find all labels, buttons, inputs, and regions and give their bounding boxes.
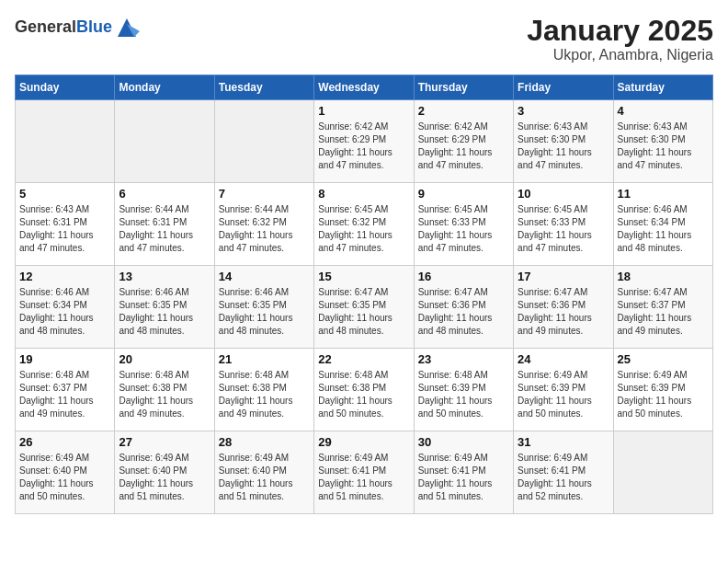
- calendar-cell: 4Sunrise: 6:43 AMSunset: 6:30 PMDaylight…: [613, 100, 712, 183]
- calendar-cell: 3Sunrise: 6:43 AMSunset: 6:30 PMDaylight…: [514, 100, 613, 183]
- day-info: Sunrise: 6:49 AMSunset: 6:41 PMDaylight:…: [318, 452, 409, 503]
- day-info: Sunrise: 6:49 AMSunset: 6:40 PMDaylight:…: [119, 452, 210, 503]
- calendar-cell: 5Sunrise: 6:43 AMSunset: 6:31 PMDaylight…: [16, 183, 115, 266]
- day-number: 9: [418, 187, 509, 201]
- weekday-header: Wednesday: [314, 75, 414, 100]
- day-number: 3: [518, 104, 609, 118]
- calendar-cell: 26Sunrise: 6:49 AMSunset: 6:40 PMDayligh…: [16, 431, 115, 514]
- day-info: Sunrise: 6:43 AMSunset: 6:30 PMDaylight:…: [518, 121, 609, 172]
- calendar-week-row: 5Sunrise: 6:43 AMSunset: 6:31 PMDaylight…: [16, 183, 713, 266]
- day-info: Sunrise: 6:47 AMSunset: 6:35 PMDaylight:…: [318, 286, 409, 338]
- calendar-cell: 13Sunrise: 6:46 AMSunset: 6:35 PMDayligh…: [115, 266, 214, 349]
- weekday-header: Thursday: [414, 75, 513, 100]
- day-info: Sunrise: 6:46 AMSunset: 6:34 PMDaylight:…: [19, 286, 110, 338]
- calendar-cell: 20Sunrise: 6:48 AMSunset: 6:38 PMDayligh…: [115, 349, 214, 431]
- weekday-header: Monday: [115, 75, 214, 100]
- day-info: Sunrise: 6:45 AMSunset: 6:33 PMDaylight:…: [418, 203, 509, 255]
- day-info: Sunrise: 6:48 AMSunset: 6:39 PMDaylight:…: [418, 369, 509, 420]
- calendar-cell: 16Sunrise: 6:47 AMSunset: 6:36 PMDayligh…: [414, 266, 513, 349]
- day-info: Sunrise: 6:43 AMSunset: 6:31 PMDaylight:…: [19, 203, 110, 255]
- weekday-header: Friday: [514, 75, 613, 100]
- logo: GeneralBlue: [15, 15, 140, 40]
- calendar-week-row: 1Sunrise: 6:42 AMSunset: 6:29 PMDaylight…: [16, 100, 713, 183]
- page-header: GeneralBlue January 2025 Ukpor, Anambra,…: [15, 15, 713, 63]
- day-number: 26: [19, 435, 110, 449]
- day-info: Sunrise: 6:46 AMSunset: 6:35 PMDaylight:…: [219, 286, 310, 338]
- calendar-week-row: 26Sunrise: 6:49 AMSunset: 6:40 PMDayligh…: [16, 431, 713, 514]
- calendar-cell: 1Sunrise: 6:42 AMSunset: 6:29 PMDaylight…: [314, 100, 414, 183]
- day-number: 13: [119, 270, 210, 283]
- calendar-cell: 30Sunrise: 6:49 AMSunset: 6:41 PMDayligh…: [414, 431, 513, 514]
- day-info: Sunrise: 6:42 AMSunset: 6:29 PMDaylight:…: [418, 121, 509, 172]
- page-subtitle: Ukpor, Anambra, Nigeria: [527, 47, 713, 63]
- calendar-cell: 14Sunrise: 6:46 AMSunset: 6:35 PMDayligh…: [214, 266, 313, 349]
- day-info: Sunrise: 6:48 AMSunset: 6:38 PMDaylight:…: [119, 369, 210, 420]
- day-info: Sunrise: 6:45 AMSunset: 6:33 PMDaylight:…: [518, 203, 609, 255]
- day-info: Sunrise: 6:48 AMSunset: 6:37 PMDaylight:…: [19, 369, 110, 420]
- calendar-cell: 17Sunrise: 6:47 AMSunset: 6:36 PMDayligh…: [514, 266, 613, 349]
- day-number: 14: [219, 270, 310, 283]
- weekday-header: Saturday: [613, 75, 712, 100]
- calendar-cell: 27Sunrise: 6:49 AMSunset: 6:40 PMDayligh…: [115, 431, 214, 514]
- calendar-cell: 15Sunrise: 6:47 AMSunset: 6:35 PMDayligh…: [314, 266, 414, 349]
- day-info: Sunrise: 6:42 AMSunset: 6:29 PMDaylight:…: [318, 121, 409, 172]
- day-number: 12: [19, 270, 110, 283]
- day-number: 15: [318, 270, 409, 283]
- day-info: Sunrise: 6:44 AMSunset: 6:32 PMDaylight:…: [219, 203, 310, 255]
- day-number: 1: [318, 104, 409, 118]
- calendar-cell: 22Sunrise: 6:48 AMSunset: 6:38 PMDayligh…: [314, 349, 414, 431]
- day-info: Sunrise: 6:48 AMSunset: 6:38 PMDaylight:…: [318, 369, 409, 420]
- calendar-cell: 10Sunrise: 6:45 AMSunset: 6:33 PMDayligh…: [514, 183, 613, 266]
- day-number: 17: [518, 270, 609, 283]
- day-info: Sunrise: 6:49 AMSunset: 6:40 PMDaylight:…: [19, 452, 110, 503]
- logo-general-text: General: [15, 17, 76, 36]
- day-info: Sunrise: 6:49 AMSunset: 6:41 PMDaylight:…: [418, 452, 509, 503]
- calendar-cell: 6Sunrise: 6:44 AMSunset: 6:31 PMDaylight…: [115, 183, 214, 266]
- calendar-cell: 7Sunrise: 6:44 AMSunset: 6:32 PMDaylight…: [214, 183, 313, 266]
- calendar-cell: 24Sunrise: 6:49 AMSunset: 6:39 PMDayligh…: [514, 349, 613, 431]
- day-number: 20: [119, 352, 210, 366]
- day-info: Sunrise: 6:49 AMSunset: 6:39 PMDaylight:…: [518, 369, 609, 420]
- day-number: 5: [19, 187, 110, 201]
- day-info: Sunrise: 6:49 AMSunset: 6:40 PMDaylight:…: [219, 452, 310, 503]
- day-number: 7: [219, 187, 310, 201]
- logo-blue-text: Blue: [76, 17, 112, 36]
- calendar-week-row: 12Sunrise: 6:46 AMSunset: 6:34 PMDayligh…: [16, 266, 713, 349]
- day-number: 18: [618, 270, 709, 283]
- day-info: Sunrise: 6:47 AMSunset: 6:36 PMDaylight:…: [518, 286, 609, 338]
- page-title: January 2025: [527, 15, 713, 47]
- day-number: 10: [518, 187, 609, 201]
- calendar-cell: 2Sunrise: 6:42 AMSunset: 6:29 PMDaylight…: [414, 100, 513, 183]
- day-info: Sunrise: 6:46 AMSunset: 6:35 PMDaylight:…: [119, 286, 210, 338]
- day-info: Sunrise: 6:43 AMSunset: 6:30 PMDaylight:…: [618, 121, 709, 172]
- calendar-cell: 28Sunrise: 6:49 AMSunset: 6:40 PMDayligh…: [214, 431, 313, 514]
- calendar-cell: [16, 100, 115, 183]
- calendar-cell: [115, 100, 214, 183]
- day-number: 4: [618, 104, 709, 118]
- calendar-cell: 31Sunrise: 6:49 AMSunset: 6:41 PMDayligh…: [514, 431, 613, 514]
- day-number: 16: [418, 270, 509, 283]
- calendar-cell: 8Sunrise: 6:45 AMSunset: 6:32 PMDaylight…: [314, 183, 414, 266]
- title-block: January 2025 Ukpor, Anambra, Nigeria: [527, 15, 713, 63]
- calendar-header-row: SundayMondayTuesdayWednesdayThursdayFrid…: [16, 75, 713, 100]
- calendar-cell: 18Sunrise: 6:47 AMSunset: 6:37 PMDayligh…: [613, 266, 712, 349]
- day-info: Sunrise: 6:47 AMSunset: 6:36 PMDaylight:…: [418, 286, 509, 338]
- calendar-cell: 12Sunrise: 6:46 AMSunset: 6:34 PMDayligh…: [16, 266, 115, 349]
- calendar-cell: 9Sunrise: 6:45 AMSunset: 6:33 PMDaylight…: [414, 183, 513, 266]
- weekday-header: Tuesday: [214, 75, 313, 100]
- day-number: 28: [219, 435, 310, 449]
- day-number: 21: [219, 352, 310, 366]
- day-number: 2: [418, 104, 509, 118]
- calendar-cell: 11Sunrise: 6:46 AMSunset: 6:34 PMDayligh…: [613, 183, 712, 266]
- day-info: Sunrise: 6:47 AMSunset: 6:37 PMDaylight:…: [618, 286, 709, 338]
- logo-icon: [114, 15, 140, 40]
- calendar-cell: 19Sunrise: 6:48 AMSunset: 6:37 PMDayligh…: [16, 349, 115, 431]
- calendar-cell: [214, 100, 313, 183]
- day-number: 19: [19, 352, 110, 366]
- day-number: 24: [518, 352, 609, 366]
- calendar-week-row: 19Sunrise: 6:48 AMSunset: 6:37 PMDayligh…: [16, 349, 713, 431]
- day-number: 23: [418, 352, 509, 366]
- day-number: 25: [618, 352, 709, 366]
- weekday-header: Sunday: [16, 75, 115, 100]
- day-info: Sunrise: 6:48 AMSunset: 6:38 PMDaylight:…: [219, 369, 310, 420]
